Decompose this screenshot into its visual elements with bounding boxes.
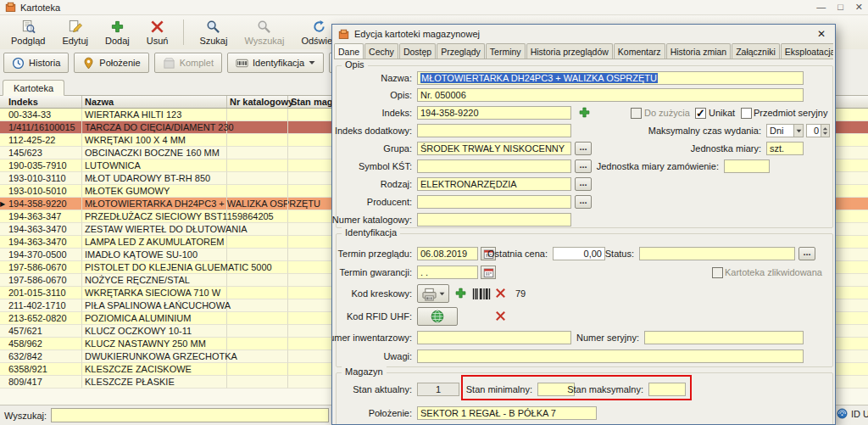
tab-kartoteka[interactable]: Kartoteka <box>3 80 64 96</box>
row-selector <box>0 261 6 274</box>
dialog-tab-1[interactable]: Cechy <box>364 43 398 59</box>
cell-nr-katalogowy <box>227 325 288 338</box>
stan-maksymalny-field[interactable] <box>648 383 686 396</box>
nazwa-field[interactable]: MŁOTOWIERTARKA DH24PC3 + WALIZKA OSPRZĘT… <box>417 71 804 85</box>
cell-indeks: 211-402-1710 <box>6 299 82 312</box>
cell-indeks: 457/621 <box>6 325 82 338</box>
producent-field[interactable] <box>417 195 571 209</box>
delete-barcode-button[interactable] <box>495 288 506 299</box>
do-zuzycia-checkbox[interactable] <box>631 108 642 119</box>
termin-przegladu-field[interactable]: 06.08.2019 <box>417 247 478 260</box>
numer-inwentarzowy-field[interactable] <box>417 331 571 344</box>
podglad-button[interactable]: Podgląd <box>3 16 53 48</box>
barcode-print-icon <box>421 287 437 301</box>
location-icon <box>82 57 95 70</box>
id-uhf-button[interactable]: ID UHF <box>837 408 868 419</box>
rodzaj-field[interactable]: ELEKTRONARZĘDZIA <box>417 177 571 191</box>
dialog-tab-6[interactable]: Komentarz <box>614 43 665 59</box>
symbol-kst-field[interactable] <box>417 159 571 173</box>
dialog-tab-3[interactable]: Przeglądy <box>437 43 485 59</box>
termin-gwarancji-calendar-button[interactable] <box>481 266 496 279</box>
delete-rfid-button[interactable] <box>495 310 506 322</box>
row-selector <box>0 134 6 147</box>
minimize-icon[interactable]: — <box>816 2 826 13</box>
indeks-dodatkowy-field[interactable] <box>417 124 571 137</box>
kartoteka-zlikwidowana-checkbox[interactable] <box>712 267 723 278</box>
identyfikacja-button[interactable]: Identyfikacja <box>227 53 324 73</box>
cell-nazwa: OBCINACZKI BOCZNE 160 MM <box>82 147 227 159</box>
numer-katalogowy-field[interactable] <box>417 213 571 226</box>
przedmiot-seryjny-checkbox[interactable] <box>741 108 752 119</box>
cell-nazwa: MŁOTEK GUMOWY <box>82 185 227 198</box>
usun-button[interactable]: Usuń <box>139 16 176 48</box>
cell-indeks: 145/623 <box>6 147 82 159</box>
cell-nr-katalogowy <box>227 376 288 389</box>
szukaj-button[interactable]: Szukaj <box>192 16 235 48</box>
dialog-close-icon[interactable]: ✕ <box>814 28 829 40</box>
producent-browse-button[interactable]: ... <box>575 195 592 209</box>
search-input[interactable] <box>51 408 329 422</box>
dialog-tab-0[interactable]: Dane <box>334 43 364 59</box>
termin-gwarancji-field[interactable]: . . <box>417 266 478 279</box>
row-selector <box>0 210 6 223</box>
rfid-read-button[interactable] <box>417 307 458 326</box>
symbol-kst-browse-button[interactable]: ... <box>575 159 592 173</box>
maks-czas-spinner[interactable]: 0 <box>806 124 830 137</box>
cell-indeks: 213-652-0820 <box>6 312 82 325</box>
row-selector <box>0 249 6 261</box>
label-status: Status: <box>605 247 634 260</box>
kartoteka-zlikwidowana-label: Kartoteka zlikwidowana <box>725 266 822 279</box>
dialog-tab-8[interactable]: Załączniki <box>732 43 780 59</box>
label-stan-aktualny: Stan aktualny: <box>353 383 412 396</box>
wyszukaj-button[interactable]: Wyszukaj <box>236 16 292 48</box>
dialog-tab-5[interactable]: Historia przeglądów <box>526 43 613 59</box>
grupa-browse-button[interactable]: ... <box>575 142 592 155</box>
close-icon[interactable]: ✕ <box>855 2 863 13</box>
dialog-tab-4[interactable]: Terminy <box>486 43 526 59</box>
cell-nazwa: POZIOMICA ALUMINIUM <box>82 312 227 325</box>
cell-nr-katalogowy <box>227 338 288 350</box>
label-stan-maksymalny: Stan maksymalny: <box>567 383 643 396</box>
kod-kreskowy-value: 79 <box>515 287 526 300</box>
label-numer-katalogowy: Numer katalogowy: <box>332 213 412 226</box>
status-field[interactable] <box>639 247 795 260</box>
polozenie-button[interactable]: Położenie <box>74 53 148 73</box>
cell-nazwa: ZESTAW WIERTEŁ DO DŁUTOWANIA <box>82 223 227 236</box>
dialog-tab-7[interactable]: Historia zmian <box>666 43 732 59</box>
row-selector <box>0 325 6 338</box>
komplet-button[interactable]: Komplet <box>154 53 222 73</box>
cell-indeks: 201-015-3110 <box>6 287 82 299</box>
unikat-checkbox[interactable] <box>695 108 706 119</box>
historia-button[interactable]: Historia <box>3 53 69 73</box>
grupa-field[interactable]: ŚRODEK TRWAŁY NISKOCENNY <box>417 142 571 155</box>
label-stan-minimalny: Stan minimalny: <box>466 383 532 396</box>
add-index-button[interactable] <box>578 106 591 119</box>
group-opis-label: Opis <box>342 59 368 70</box>
column-header[interactable]: Nazwa <box>82 96 227 108</box>
barcode-print-button[interactable] <box>417 284 449 303</box>
dodaj-button[interactable]: Dodaj <box>97 16 137 48</box>
barcode-icon[interactable] <box>472 288 491 300</box>
uwagi-field[interactable] <box>417 350 804 363</box>
maximize-icon[interactable]: □ <box>837 2 843 13</box>
dni-dropdown[interactable]: Dni <box>766 124 804 137</box>
polozenie-field[interactable]: SEKTOR 1 REGAŁ - B PÓŁKA 7 <box>417 406 597 420</box>
dialog-tab-9[interactable]: Eksploatacja <box>781 43 833 59</box>
dialog-tab-2[interactable]: Dostęp <box>399 43 436 59</box>
status-browse-button[interactable]: ... <box>798 247 815 260</box>
edytuj-button[interactable]: Edytuj <box>54 16 96 48</box>
jednostka-miary-zam-field[interactable] <box>724 159 770 173</box>
search-label: Wyszukaj: <box>4 411 51 421</box>
row-selector <box>0 172 6 185</box>
cell-nr-katalogowy <box>227 350 288 363</box>
column-header[interactable]: Indeks <box>6 96 82 108</box>
numer-seryjny-field[interactable] <box>644 331 804 344</box>
indeks-field[interactable]: 194-358-9220 <box>417 106 571 120</box>
opis-field[interactable]: Nr. 050006 <box>417 88 804 102</box>
rodzaj-browse-button[interactable]: ... <box>575 177 592 191</box>
ostatnia-cena-field[interactable]: 0,00 <box>553 247 605 260</box>
column-header[interactable]: Nr katalogowy <box>227 96 288 108</box>
add-barcode-button[interactable] <box>454 287 467 299</box>
jednostka-miary-field[interactable]: szt. <box>766 142 804 155</box>
chevron-down-icon <box>309 60 315 65</box>
